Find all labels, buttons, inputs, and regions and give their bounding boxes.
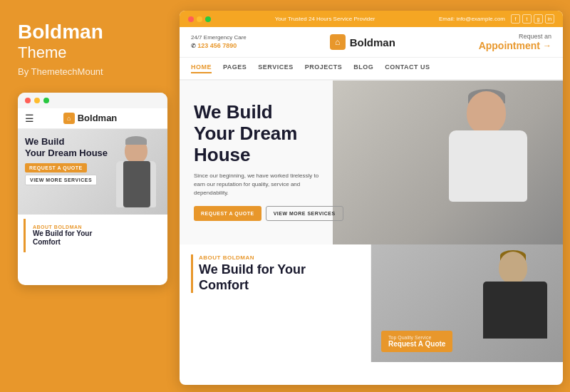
mobile-about: ABOUT BOLDMAN We Build for Your Comfort bbox=[24, 219, 162, 252]
appt-arrow-icon: → bbox=[543, 41, 551, 51]
hero-content: We Build Your Dream House Since our begi… bbox=[194, 102, 351, 221]
hero-line2: Your Dream House bbox=[194, 123, 297, 165]
desktop-nav: HOME PAGES SERVICES PROJECTS BLOG CONTAC… bbox=[180, 58, 563, 81]
dot-red bbox=[25, 98, 31, 103]
social-icons: f t g in bbox=[511, 14, 554, 24]
topbar-right: Email: info@example.com f t g in bbox=[439, 14, 554, 24]
nav-home[interactable]: HOME bbox=[191, 63, 212, 73]
appt-main: Appointment bbox=[479, 40, 540, 51]
mobile-hero-content: We Build Your Dream House REQUEST A QUOT… bbox=[18, 129, 167, 193]
phone-number: 123 456 7890 bbox=[197, 42, 237, 49]
topbar-dot-red bbox=[188, 16, 194, 22]
topbar-tagline: Your Trusted 24 Hours Service Provider bbox=[275, 16, 375, 22]
about-line1: We Build for Your bbox=[199, 262, 306, 277]
hero-title: We Build Your Dream House bbox=[194, 102, 351, 166]
mobile-hero-line1: We Build bbox=[25, 136, 64, 147]
dot-yellow bbox=[34, 98, 40, 103]
topbar-dot-green bbox=[205, 16, 211, 22]
linkedin-icon[interactable]: in bbox=[545, 14, 554, 24]
emergency-info: 24/7 Emergency Care ✆ 123 456 7890 bbox=[191, 33, 247, 51]
mobile-btn-group: REQUEST A QUOTE VIEW MORE SERVICES bbox=[25, 163, 160, 185]
mobile-top-bar bbox=[18, 93, 167, 108]
desktop-logo: ⌂ Boldman bbox=[330, 34, 395, 50]
about-section: ABOUT BOLDMAN We Build for Your Comfort bbox=[180, 244, 371, 362]
worker-head bbox=[467, 91, 506, 134]
mobile-btn-quote[interactable]: REQUEST A QUOTE bbox=[25, 163, 87, 172]
hero-background bbox=[333, 81, 563, 244]
mobile-hero-title: We Build Your Dream House bbox=[25, 136, 160, 160]
mobile-btn-services[interactable]: VIEW MORE SERVICES bbox=[25, 175, 97, 185]
mobile-about-line1: We Build for Your bbox=[33, 229, 92, 237]
brand-subtitle: Theme bbox=[18, 43, 157, 62]
desktop-header: 24/7 Emergency Care ✆ 123 456 7890 ⌂ Bol… bbox=[180, 27, 563, 58]
nav-services[interactable]: SERVICES bbox=[258, 63, 293, 73]
quote-badge[interactable]: Top Quality Service Request A Quote bbox=[381, 331, 452, 352]
by-text: By ThemetechMount bbox=[18, 66, 157, 77]
worker-body bbox=[449, 130, 527, 202]
desktop-preview: Your Trusted 24 Hours Service Provider E… bbox=[180, 11, 563, 385]
quote-badge-label: Top Quality Service bbox=[388, 335, 445, 340]
desktop-hero: We Build Your Dream House Since our begi… bbox=[180, 81, 563, 244]
about-label: ABOUT BOLDMAN bbox=[199, 254, 359, 261]
mobile-about-label: ABOUT BOLDMAN bbox=[33, 225, 155, 229]
dot-green bbox=[43, 98, 49, 103]
person-head bbox=[499, 252, 527, 284]
about-line2: Comfort bbox=[199, 278, 249, 292]
desktop-topbar: Your Trusted 24 Hours Service Provider E… bbox=[180, 11, 563, 27]
person-body bbox=[483, 282, 547, 339]
desktop-logo-text: Boldman bbox=[350, 36, 395, 48]
nav-blog[interactable]: BLOG bbox=[353, 63, 373, 73]
emergency-phone: ✆ 123 456 7890 bbox=[191, 41, 247, 51]
mobile-about-title: We Build for Your Comfort bbox=[33, 229, 155, 247]
left-panel: Boldman Theme By ThemetechMount ☰ Boldma… bbox=[0, 0, 175, 392]
bottom-img-bg: Top Quality Service Request A Quote bbox=[371, 244, 563, 362]
mobile-logo-text: Boldman bbox=[78, 113, 118, 123]
mobile-logo-icon bbox=[63, 113, 75, 124]
desktop-logo-icon: ⌂ bbox=[330, 34, 346, 50]
desktop-bottom: ABOUT BOLDMAN We Build for Your Comfort … bbox=[180, 244, 563, 362]
emergency-label: 24/7 Emergency Care bbox=[191, 33, 247, 41]
desktop-topbar-dots bbox=[188, 16, 211, 22]
facebook-icon[interactable]: f bbox=[511, 14, 520, 24]
hero-btn-services[interactable]: VIEW MORE SERVICES bbox=[266, 206, 343, 221]
mobile-about-line2: Comfort bbox=[33, 238, 61, 246]
bottom-right-image: Top Quality Service Request A Quote bbox=[371, 244, 563, 362]
mobile-logo: Boldman bbox=[63, 113, 118, 124]
brand-title: Boldman bbox=[18, 21, 157, 43]
worker-figure bbox=[428, 88, 542, 244]
nav-pages[interactable]: PAGES bbox=[223, 63, 247, 73]
topbar-dot-yellow bbox=[197, 16, 202, 22]
mobile-mockup: ☰ Boldman We Build Your Dream H bbox=[18, 93, 167, 285]
hero-btn-quote[interactable]: REQUEST A QUOTE bbox=[194, 206, 261, 221]
hamburger-icon: ☰ bbox=[25, 113, 34, 124]
nav-projects[interactable]: PROJECTS bbox=[305, 63, 343, 73]
twitter-icon[interactable]: t bbox=[522, 14, 532, 24]
nav-contact[interactable]: CONTACT US bbox=[385, 63, 430, 73]
topbar-email: Email: info@example.com bbox=[439, 16, 505, 22]
mobile-nav: ☰ Boldman bbox=[18, 108, 167, 129]
about-border: ABOUT BOLDMAN We Build for Your Comfort bbox=[191, 254, 359, 293]
appt-label: Request an bbox=[479, 33, 551, 40]
appointment-area[interactable]: Request an Appointment → bbox=[479, 33, 551, 51]
quote-badge-title: Request A Quote bbox=[388, 340, 445, 348]
mobile-hero: We Build Your Dream House REQUEST A QUOT… bbox=[18, 129, 167, 215]
hero-btn-group: REQUEST A QUOTE VIEW MORE SERVICES bbox=[194, 206, 351, 221]
hero-line1: We Build bbox=[194, 101, 273, 123]
hero-subtitle: Since our beginning, we have worked tire… bbox=[194, 172, 322, 197]
mobile-hero-line2: Your Dream House bbox=[25, 148, 108, 158]
google-icon[interactable]: g bbox=[534, 14, 543, 24]
about-title: We Build for Your Comfort bbox=[199, 262, 359, 293]
